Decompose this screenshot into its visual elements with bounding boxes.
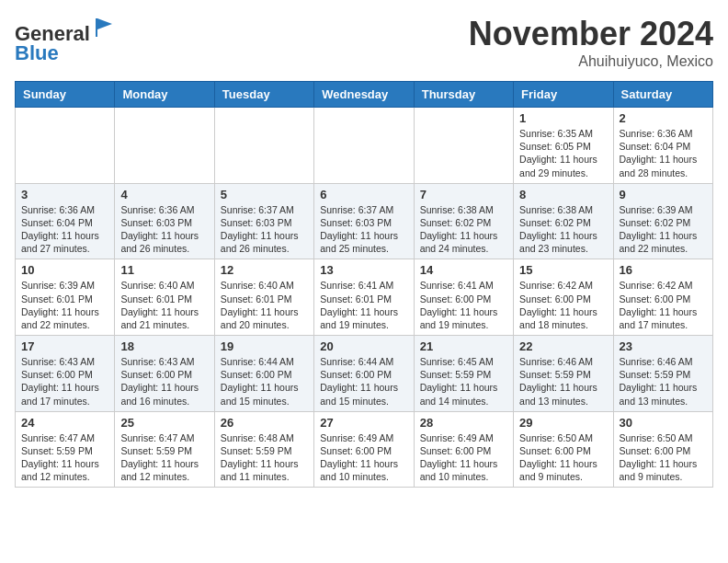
day-number: 26 [221, 416, 308, 430]
calendar-cell: 13Sunrise: 6:41 AM Sunset: 6:01 PM Dayli… [314, 259, 414, 336]
day-number: 24 [21, 416, 108, 430]
calendar-cell: 6Sunrise: 6:37 AM Sunset: 6:03 PM Daylig… [314, 183, 414, 259]
day-number: 21 [420, 339, 507, 353]
calendar-cell: 9Sunrise: 6:39 AM Sunset: 6:02 PM Daylig… [613, 183, 712, 259]
day-info: Sunrise: 6:46 AM Sunset: 5:59 PM Dayligh… [620, 355, 707, 408]
calendar-cell: 8Sunrise: 6:38 AM Sunset: 6:02 PM Daylig… [514, 183, 613, 259]
weekday-header-row: SundayMondayTuesdayWednesdayThursdayFrid… [16, 82, 713, 108]
day-info: Sunrise: 6:43 AM Sunset: 6:00 PM Dayligh… [21, 355, 108, 408]
day-info: Sunrise: 6:39 AM Sunset: 6:02 PM Dayligh… [620, 203, 707, 256]
day-info: Sunrise: 6:40 AM Sunset: 6:01 PM Dayligh… [120, 279, 208, 331]
day-number: 18 [120, 339, 208, 353]
calendar-cell: 20Sunrise: 6:44 AM Sunset: 6:00 PM Dayli… [314, 336, 414, 412]
day-number: 23 [620, 339, 707, 353]
calendar-cell: 27Sunrise: 6:49 AM Sunset: 6:00 PM Dayli… [314, 411, 414, 488]
calendar-week-row: 1Sunrise: 6:35 AM Sunset: 6:05 PM Daylig… [16, 108, 713, 184]
weekday-header: Wednesday [314, 82, 414, 108]
title-block: November 2024 Ahuihuiyuco, Mexico [469, 15, 713, 70]
calendar-cell: 22Sunrise: 6:46 AM Sunset: 5:59 PM Dayli… [514, 336, 613, 412]
calendar-cell: 30Sunrise: 6:50 AM Sunset: 6:00 PM Dayli… [613, 411, 712, 488]
calendar-cell [314, 108, 414, 184]
day-info: Sunrise: 6:50 AM Sunset: 6:00 PM Dayligh… [519, 431, 607, 484]
day-info: Sunrise: 6:49 AM Sunset: 6:00 PM Dayligh… [420, 431, 507, 484]
day-number: 5 [221, 188, 308, 201]
day-number: 6 [320, 188, 407, 201]
location: Ahuihuiyuco, Mexico [469, 53, 713, 70]
day-number: 29 [519, 416, 607, 430]
calendar-week-row: 17Sunrise: 6:43 AM Sunset: 6:00 PM Dayli… [16, 336, 713, 412]
calendar-cell: 12Sunrise: 6:40 AM Sunset: 6:01 PM Dayli… [214, 259, 313, 336]
calendar-cell: 11Sunrise: 6:40 AM Sunset: 6:01 PM Dayli… [115, 259, 214, 336]
calendar-cell: 18Sunrise: 6:43 AM Sunset: 6:00 PM Dayli… [115, 336, 214, 412]
day-info: Sunrise: 6:42 AM Sunset: 6:00 PM Dayligh… [519, 279, 607, 331]
day-info: Sunrise: 6:38 AM Sunset: 6:02 PM Dayligh… [519, 203, 607, 256]
day-number: 4 [120, 188, 208, 201]
day-number: 17 [21, 339, 108, 353]
day-number: 27 [320, 416, 407, 430]
day-info: Sunrise: 6:36 AM Sunset: 6:03 PM Dayligh… [120, 203, 208, 256]
day-number: 3 [21, 188, 108, 201]
day-number: 22 [519, 339, 607, 353]
calendar-cell: 2Sunrise: 6:36 AM Sunset: 6:04 PM Daylig… [613, 108, 712, 184]
day-info: Sunrise: 6:40 AM Sunset: 6:01 PM Dayligh… [221, 279, 308, 331]
day-number: 11 [120, 263, 208, 277]
weekday-header: Sunday [16, 82, 115, 108]
calendar-cell: 1Sunrise: 6:35 AM Sunset: 6:05 PM Daylig… [514, 108, 613, 184]
logo-flag-icon [92, 15, 118, 40]
calendar-cell: 24Sunrise: 6:47 AM Sunset: 5:59 PM Dayli… [16, 411, 115, 488]
calendar-cell: 14Sunrise: 6:41 AM Sunset: 6:00 PM Dayli… [414, 259, 513, 336]
calendar-cell [115, 108, 214, 184]
page-header: General Blue November 2024 Ahuihuiyuco, … [15, 15, 713, 70]
day-number: 19 [221, 339, 308, 353]
day-number: 8 [519, 188, 607, 201]
day-info: Sunrise: 6:41 AM Sunset: 6:00 PM Dayligh… [420, 279, 507, 331]
calendar-cell: 29Sunrise: 6:50 AM Sunset: 6:00 PM Dayli… [514, 411, 613, 488]
logo: General Blue [15, 15, 118, 65]
day-number: 20 [320, 339, 407, 353]
calendar-cell: 17Sunrise: 6:43 AM Sunset: 6:00 PM Dayli… [16, 336, 115, 412]
day-number: 13 [320, 263, 407, 277]
weekday-header: Tuesday [214, 82, 313, 108]
day-info: Sunrise: 6:39 AM Sunset: 6:01 PM Dayligh… [21, 279, 108, 331]
day-info: Sunrise: 6:42 AM Sunset: 6:00 PM Dayligh… [620, 279, 707, 331]
calendar-cell [16, 108, 115, 184]
day-number: 2 [620, 111, 707, 125]
day-number: 7 [420, 188, 507, 201]
calendar-week-row: 10Sunrise: 6:39 AM Sunset: 6:01 PM Dayli… [16, 259, 713, 336]
calendar-cell: 16Sunrise: 6:42 AM Sunset: 6:00 PM Dayli… [613, 259, 712, 336]
day-info: Sunrise: 6:44 AM Sunset: 6:00 PM Dayligh… [320, 355, 407, 408]
day-info: Sunrise: 6:35 AM Sunset: 6:05 PM Dayligh… [519, 127, 607, 179]
day-number: 30 [620, 416, 707, 430]
day-number: 10 [21, 263, 108, 277]
calendar-cell: 21Sunrise: 6:45 AM Sunset: 5:59 PM Dayli… [414, 336, 513, 412]
day-info: Sunrise: 6:44 AM Sunset: 6:00 PM Dayligh… [221, 355, 308, 408]
calendar-cell: 10Sunrise: 6:39 AM Sunset: 6:01 PM Dayli… [16, 259, 115, 336]
day-number: 9 [620, 188, 707, 201]
calendar-cell: 3Sunrise: 6:36 AM Sunset: 6:04 PM Daylig… [16, 183, 115, 259]
day-info: Sunrise: 6:49 AM Sunset: 6:00 PM Dayligh… [320, 431, 407, 484]
day-number: 28 [420, 416, 507, 430]
calendar-cell: 25Sunrise: 6:47 AM Sunset: 5:59 PM Dayli… [115, 411, 214, 488]
weekday-header: Thursday [414, 82, 513, 108]
day-info: Sunrise: 6:47 AM Sunset: 5:59 PM Dayligh… [21, 431, 108, 484]
day-info: Sunrise: 6:47 AM Sunset: 5:59 PM Dayligh… [120, 431, 208, 484]
day-number: 16 [620, 263, 707, 277]
calendar-cell: 7Sunrise: 6:38 AM Sunset: 6:02 PM Daylig… [414, 183, 513, 259]
day-info: Sunrise: 6:41 AM Sunset: 6:01 PM Dayligh… [320, 279, 407, 331]
day-info: Sunrise: 6:37 AM Sunset: 6:03 PM Dayligh… [320, 203, 407, 256]
day-info: Sunrise: 6:36 AM Sunset: 6:04 PM Dayligh… [620, 127, 707, 179]
day-number: 1 [519, 111, 607, 125]
weekday-header: Friday [514, 82, 613, 108]
day-number: 12 [221, 263, 308, 277]
calendar-week-row: 3Sunrise: 6:36 AM Sunset: 6:04 PM Daylig… [16, 183, 713, 259]
day-info: Sunrise: 6:37 AM Sunset: 6:03 PM Dayligh… [221, 203, 308, 256]
calendar-cell [414, 108, 513, 184]
calendar-cell: 28Sunrise: 6:49 AM Sunset: 6:00 PM Dayli… [414, 411, 513, 488]
weekday-header: Monday [115, 82, 214, 108]
day-info: Sunrise: 6:38 AM Sunset: 6:02 PM Dayligh… [420, 203, 507, 256]
calendar-cell [214, 108, 313, 184]
day-number: 15 [519, 263, 607, 277]
calendar-cell: 26Sunrise: 6:48 AM Sunset: 5:59 PM Dayli… [214, 411, 313, 488]
day-number: 25 [120, 416, 208, 430]
month-title: November 2024 [469, 15, 713, 53]
